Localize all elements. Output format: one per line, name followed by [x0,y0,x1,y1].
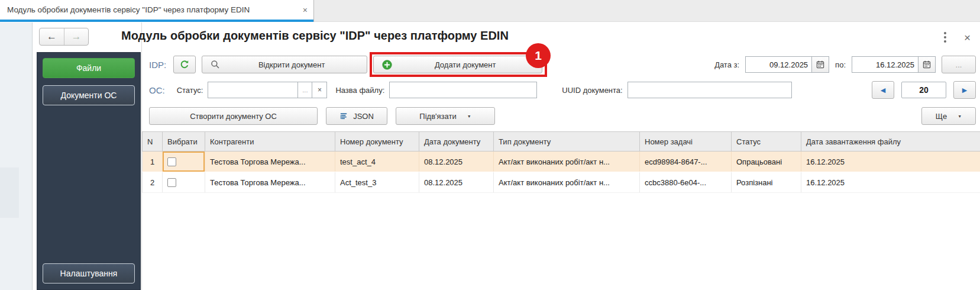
cell-doc-date[interactable]: 08.12.2025 [419,152,494,172]
sidebar-item-files[interactable]: Файли [43,58,135,78]
bind-dropdown-button[interactable]: Підв'язати ▼ [396,107,495,125]
left-panel-block [0,167,19,218]
file-name-input[interactable] [389,82,537,98]
cell-doc-type[interactable]: Акт/акт виконаних робіт/акт н... [494,172,640,193]
cell-select[interactable] [163,172,205,193]
chevron-down-icon: ▼ [467,114,471,118]
cell-n[interactable]: 2 [143,172,163,193]
tab-title: Модуль обробки документів сервісу "IDP" … [7,5,298,14]
cell-status[interactable]: Опрацьовані [732,152,801,172]
open-document-label: Відкрити документ [225,60,358,69]
back-arrow-icon: ← [47,31,57,43]
cell-n[interactable]: 1 [143,152,163,172]
cell-doc-number[interactable]: Act_test_3 [335,172,419,193]
cell-status[interactable]: Розпізнані [732,172,801,193]
date-from-label: Дата з: [714,60,739,69]
chevron-down-icon: ▼ [958,114,962,118]
page-prev-icon: ◀ [881,86,885,94]
column-header-select[interactable]: Вибрати [163,132,205,152]
back-button[interactable]: ← [40,28,64,45]
date-from-input[interactable] [745,56,811,73]
date-to-input[interactable] [852,56,918,73]
history-nav: ← → [39,28,89,46]
sidebar: Файли Документи ОС Налаштування [37,52,141,290]
column-header-doc-date[interactable]: Дата документу [419,132,494,152]
page-next-icon: ▶ [962,86,967,94]
column-header-upload-date[interactable]: Дата завантаження файлу [801,132,980,152]
date-from-calendar-icon[interactable] [811,56,829,73]
cell-doc-number[interactable]: test_act_4 [335,152,419,172]
column-header-status[interactable]: Статус [732,132,801,152]
uuid-input[interactable] [628,82,792,98]
annotation-step-badge: 1 [526,43,551,68]
status-label: Статус: [177,86,203,95]
os-group-label: ОС: [149,85,165,95]
refresh-icon [180,60,189,69]
column-header-doc-type[interactable]: Тип документу [494,132,640,152]
uuid-label: UUID документа: [562,86,622,95]
column-header-counterparty[interactable]: Контрагенти [205,132,335,152]
cell-task-number[interactable]: ecd98984-8647-... [640,152,732,172]
more-menu-icon[interactable] [943,31,947,44]
json-lines-icon [339,112,348,121]
idp-group-label: IDP: [149,60,166,70]
idp-toolbar: IDP: Відкрити документ Додати документ 1… [149,53,976,76]
file-name-label: Назва файлу: [335,86,384,95]
add-plus-icon [382,60,392,70]
page-prev-button[interactable]: ◀ [872,81,894,99]
column-header-n[interactable]: N [143,132,163,152]
cell-counterparty[interactable]: Тестова Торгова Мережа... [205,172,335,193]
cell-upload-date[interactable]: 16.12.2025 [801,152,980,172]
open-document-button[interactable]: Відкрити документ [202,56,367,73]
sidebar-item-os-documents[interactable]: Документи ОС [43,85,135,105]
documents-table: N Вибрати Контрагенти Номер документу Да… [142,131,980,193]
sidebar-item-settings[interactable]: Налаштування [43,263,135,283]
column-header-doc-number[interactable]: Номер документу [335,132,419,152]
column-header-task-number[interactable]: Номер задачі [640,132,732,152]
row-checkbox[interactable] [167,178,176,187]
window-close-icon[interactable]: × [964,32,971,43]
os-filter-toolbar: ОС: Статус: ... × Назва файлу: UUID доку… [149,79,976,101]
cell-doc-type[interactable]: Акт/акт виконаних робіт/акт н... [494,152,640,172]
refresh-button[interactable] [173,56,196,73]
cell-doc-date[interactable]: 08.12.2025 [419,172,494,193]
page-title: Модуль обробки документів сервісу "IDP" … [121,29,509,43]
cell-task-number[interactable]: ccbc3880-6e04-... [640,172,732,193]
date-to-label: по: [835,60,846,69]
active-tab-indicator [0,20,313,22]
actions-toolbar: Створити документу ОС JSON Підв'язати ▼ … [149,104,976,128]
cell-counterparty[interactable]: Тестова Торгова Мережа... [205,152,335,172]
table-row[interactable]: 1 Тестова Торгова Мережа... test_act_4 0… [143,152,980,172]
date-period-more-button[interactable]: ... [942,56,976,73]
json-button[interactable]: JSON [326,107,387,125]
add-document-label: Додати документ [397,60,533,69]
row-checkbox[interactable] [167,157,176,166]
forward-arrow-icon: → [72,31,82,43]
more-actions-label: Ще [936,112,947,121]
add-document-button[interactable]: Додати документ [373,56,542,73]
table-header-row: N Вибрати Контрагенти Номер документу Да… [143,132,980,152]
page-next-button[interactable]: ▶ [953,81,976,99]
tab-idp-module[interactable]: Модуль обробки документів сервісу "IDP" … [0,0,314,22]
status-input[interactable] [208,82,297,98]
json-label: JSON [353,112,374,121]
tab-bar: Модуль обробки документів сервісу "IDP" … [0,0,980,22]
left-panel-strip [0,22,33,290]
tab-close-icon[interactable]: × [303,6,308,14]
forward-button[interactable]: → [64,28,88,45]
more-actions-button[interactable]: Ще ▼ [921,107,976,125]
date-to-calendar-icon[interactable] [918,56,936,73]
status-choose-button[interactable]: ... [297,82,312,98]
table-row[interactable]: 2 Тестова Торгова Мережа... Act_test_3 0… [143,172,980,193]
cell-upload-date[interactable]: 16.12.2025 [801,172,980,193]
bind-label: Підв'язати [419,112,456,121]
search-icon [211,60,220,69]
create-os-document-button[interactable]: Створити документу ОС [149,107,318,125]
status-clear-icon[interactable]: × [312,82,327,98]
cell-select[interactable] [163,152,205,172]
page-size-input[interactable] [901,82,946,98]
